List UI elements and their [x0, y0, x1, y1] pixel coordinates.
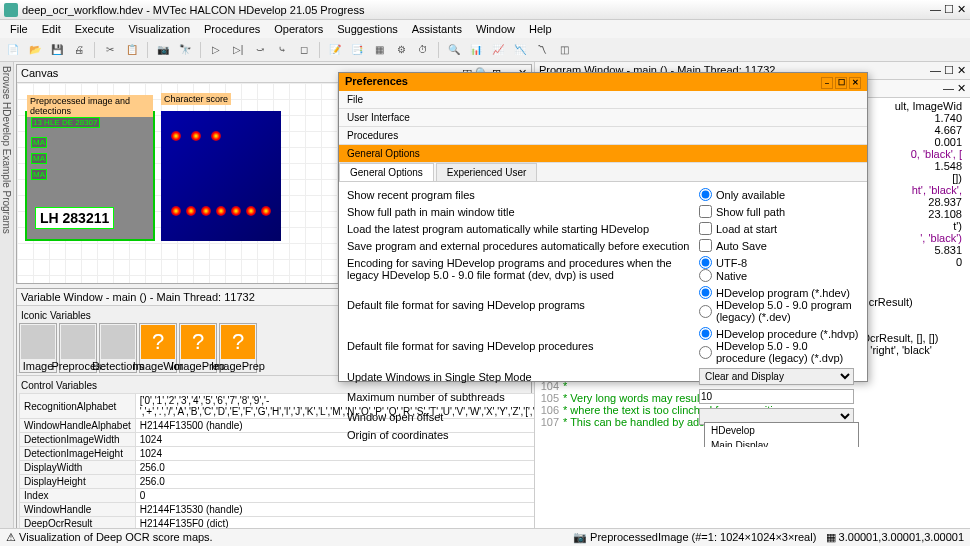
open-btn[interactable]: 📂 — [26, 41, 44, 59]
native-radio[interactable] — [699, 269, 712, 282]
menu-bar: FileEditExecuteVisualizationProceduresOp… — [0, 20, 970, 38]
score-image[interactable]: Character score — [161, 111, 281, 241]
menu-file[interactable]: File — [4, 22, 34, 36]
menu-window[interactable]: Window — [470, 22, 521, 36]
dialog-content: Show recent program filesOnly available … — [339, 182, 867, 447]
table-row[interactable]: Index0 — [20, 489, 606, 503]
chart2-icon[interactable]: 📈 — [489, 41, 507, 59]
zoom-icon[interactable]: 🔍 — [445, 41, 463, 59]
dvp-radio[interactable] — [699, 346, 712, 359]
close-tab[interactable]: — ✕ — [943, 82, 966, 95]
save-btn[interactable]: 💾 — [48, 41, 66, 59]
dd-maindisplay[interactable]: Main Display — [705, 438, 858, 447]
utf8-radio[interactable] — [699, 256, 712, 269]
table-row[interactable]: DisplayWidth256.0 — [20, 461, 606, 475]
window-controls[interactable]: — ☐ ✕ — [930, 3, 966, 16]
dialog-title: Preferences — [345, 75, 408, 89]
stop-btn[interactable]: ◻ — [295, 41, 313, 59]
table-row[interactable]: DetectionImageHeight1024 — [20, 447, 606, 461]
dialog-titlebar[interactable]: Preferences –☐✕ — [339, 73, 867, 91]
min-icon[interactable]: – — [821, 77, 833, 89]
menu-visualization[interactable]: Visualization — [122, 22, 196, 36]
thumb-2[interactable]: Detections — [99, 323, 137, 373]
dev-radio[interactable] — [699, 305, 712, 318]
status-right: 3.00001,3.00001,3.00001 — [839, 531, 964, 543]
side-tab[interactable]: Browse HDevelop Example Programs — [0, 62, 14, 528]
chart1-icon[interactable]: 📊 — [467, 41, 485, 59]
max-icon[interactable]: ☐ — [835, 77, 847, 89]
hdvp-radio[interactable] — [699, 327, 712, 340]
menu-execute[interactable]: Execute — [69, 22, 121, 36]
toolbar: 📄 📂 💾 🖨 ✂ 📋 📷 🔭 ▷ ▷| ⤻ ⤷ ◻ 📝 📑 ▦ ⚙ ⏱ 🔍 📊… — [0, 38, 970, 62]
nav-proc[interactable]: Procedures — [339, 127, 867, 145]
print-btn[interactable]: 🖨 — [70, 41, 88, 59]
hdev-radio[interactable] — [699, 286, 712, 299]
close-icon[interactable]: ✕ — [849, 77, 861, 89]
copy-btn[interactable]: 📋 — [123, 41, 141, 59]
menu-assistants[interactable]: Assistants — [406, 22, 468, 36]
window-title: deep_ocr_workflow.hdev - MVTec HALCON HD… — [22, 4, 364, 16]
pixel-icon[interactable]: ◫ — [555, 41, 573, 59]
preprocessed-image[interactable]: Preprocessed image and detections 13 HLE… — [25, 111, 155, 241]
nav-general[interactable]: General Options — [339, 145, 867, 163]
doc-icon[interactable]: 📝 — [326, 41, 344, 59]
maxsub-input[interactable] — [699, 389, 854, 404]
camera-icon[interactable]: 📷 — [154, 41, 172, 59]
only-available-radio[interactable] — [699, 188, 712, 201]
status-mid: PreprocessedImage (#=1: 1024×1024×3×real… — [590, 531, 816, 543]
new-btn[interactable]: 📄 — [4, 41, 22, 59]
nav-file[interactable]: File — [339, 91, 867, 109]
menu-suggestions[interactable]: Suggestions — [331, 22, 404, 36]
timer-icon[interactable]: ⏱ — [414, 41, 432, 59]
chart3-icon[interactable]: 📉 — [511, 41, 529, 59]
menu-edit[interactable]: Edit — [36, 22, 67, 36]
title-bar: deep_ocr_workflow.hdev - MVTec HALCON HD… — [0, 0, 970, 20]
status-bar: ⚠ Visualization of Deep OCR score maps. … — [0, 528, 970, 546]
prog-controls[interactable]: — ☐ ✕ — [930, 64, 966, 77]
list-icon[interactable]: 📑 — [348, 41, 366, 59]
grid-icon[interactable]: ▦ — [370, 41, 388, 59]
fullpath-check[interactable] — [699, 205, 712, 218]
cut-btn[interactable]: ✂ — [101, 41, 119, 59]
nav-ui[interactable]: User Interface — [339, 109, 867, 127]
update-select[interactable]: Clear and Display — [699, 368, 854, 385]
table-row[interactable]: DisplayHeight256.0 — [20, 475, 606, 489]
winoff-dropdown: HDevelop Main Display Screen Of HDevelop — [704, 422, 859, 447]
license-plate: LH 283211 — [35, 207, 114, 229]
step-into-btn[interactable]: ⤷ — [273, 41, 291, 59]
dd-hdevelop[interactable]: HDevelop — [705, 423, 858, 438]
step-btn[interactable]: ▷| — [229, 41, 247, 59]
binoculars-icon[interactable]: 🔭 — [176, 41, 194, 59]
status-left: Visualization of Deep OCR score maps. — [19, 531, 213, 543]
menu-operators[interactable]: Operators — [268, 22, 329, 36]
thumb-5[interactable]: ?ImagePrep — [219, 323, 257, 373]
table-row[interactable]: WindowHandleH2144F13530 (handle) — [20, 503, 606, 517]
chart4-icon[interactable]: 〽 — [533, 41, 551, 59]
preferences-dialog: Preferences –☐✕ File User Interface Proc… — [338, 72, 868, 382]
canvas-title: Canvas — [21, 67, 58, 80]
autosave-check[interactable] — [699, 239, 712, 252]
proc-icon[interactable]: ⚙ — [392, 41, 410, 59]
tab-general[interactable]: General Options — [339, 163, 434, 181]
menu-procedures[interactable]: Procedures — [198, 22, 266, 36]
app-icon — [4, 3, 18, 17]
menu-help[interactable]: Help — [523, 22, 558, 36]
run-btn[interactable]: ▷ — [207, 41, 225, 59]
loadlast-check[interactable] — [699, 222, 712, 235]
step-over-btn[interactable]: ⤻ — [251, 41, 269, 59]
tab-experienced[interactable]: Experienced User — [436, 163, 537, 181]
